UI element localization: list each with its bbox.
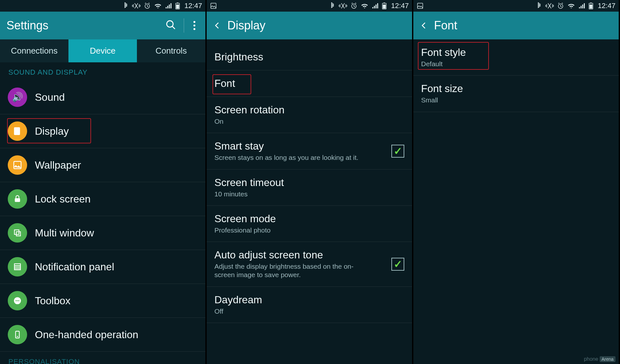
svg-rect-21 (418, 3, 423, 9)
one-handed-icon (8, 325, 27, 344)
battery-icon (589, 2, 593, 9)
action-bar: Font (413, 12, 619, 39)
row-wallpaper[interactable]: Wallpaper (0, 148, 205, 182)
row-label: Brightness (214, 51, 404, 63)
display-list: Brightness Font Screen rotation On Smart… (207, 39, 412, 364)
alarm-icon (350, 2, 357, 9)
row-multi-window[interactable]: Multi window (0, 216, 205, 250)
row-brightness[interactable]: Brightness (207, 44, 412, 70)
tab-controls[interactable]: Controls (137, 39, 205, 62)
notification-panel-icon (8, 257, 27, 276)
lock-screen-icon (8, 189, 27, 209)
vibrate-icon (339, 2, 347, 9)
watermark-text: phone (584, 356, 598, 362)
row-label: Screen mode (214, 213, 404, 225)
row-label: Font (214, 78, 404, 89)
row-smart-stay[interactable]: Smart stay Screen stays on as long as yo… (207, 133, 412, 169)
svg-rect-16 (211, 3, 216, 9)
battery-icon (175, 2, 180, 9)
svg-rect-7 (15, 198, 20, 202)
row-sub: On (214, 117, 385, 126)
row-label: Screen timeout (214, 177, 404, 189)
row-lock-screen[interactable]: Lock screen (0, 182, 205, 216)
image-notification-icon (417, 2, 424, 9)
watermark-badge: Arena (600, 356, 615, 362)
svg-point-13 (17, 300, 18, 301)
screen-title: Settings (6, 19, 158, 32)
alarm-icon (144, 2, 151, 9)
back-icon[interactable] (213, 21, 222, 30)
row-label: Sound (35, 91, 198, 103)
row-auto-adjust-tone[interactable]: Auto adjust screen tone Adjust the displ… (207, 242, 412, 287)
row-one-handed[interactable]: One-handed operation (0, 318, 205, 352)
row-font-style[interactable]: Font style Default (413, 39, 619, 76)
bluetooth-icon (536, 2, 542, 9)
image-notification-icon (210, 2, 217, 9)
row-sub: Professional photo (214, 226, 385, 234)
checkbox-smart-stay[interactable] (391, 145, 404, 158)
row-display[interactable]: Display (0, 114, 205, 148)
signal-icon (372, 3, 379, 9)
sound-icon: 🔊 (8, 88, 27, 107)
svg-rect-19 (384, 3, 385, 3)
svg-rect-20 (383, 5, 386, 9)
tab-device[interactable]: Device (68, 39, 137, 62)
svg-rect-9 (16, 232, 21, 236)
phone-screen-settings: 12:47 Settings Connections Device Contro… (0, 0, 207, 364)
section-personalisation: PERSONALISATION (0, 352, 205, 364)
status-bar: 12:47 (0, 0, 205, 12)
signal-icon (165, 3, 172, 9)
row-toolbox[interactable]: Toolbox (0, 284, 205, 318)
row-screen-timeout[interactable]: Screen timeout 10 minutes (207, 170, 412, 206)
svg-point-14 (18, 300, 19, 301)
phone-screen-display: 12:47 Display Brightness Font Screen rot… (207, 0, 413, 364)
row-sub: Default (421, 60, 592, 68)
row-font[interactable]: Font (207, 70, 412, 97)
row-label: Toolbox (35, 295, 198, 307)
overflow-menu-icon[interactable] (190, 21, 199, 30)
status-time: 12:47 (184, 2, 202, 10)
row-sub: 10 minutes (214, 190, 385, 198)
action-bar: Display (207, 12, 412, 39)
vibrate-icon (132, 2, 140, 9)
svg-point-12 (16, 300, 16, 301)
search-icon[interactable] (164, 19, 178, 32)
svg-rect-3 (176, 5, 179, 9)
font-list: Font style Default Font size Small (413, 39, 619, 364)
status-time: 12:47 (598, 2, 615, 10)
row-label: Font size (421, 83, 611, 95)
row-sub: Adjust the display brightness based on t… (214, 262, 367, 279)
toolbox-icon (8, 291, 27, 310)
alarm-icon (557, 2, 564, 9)
wifi-icon (567, 3, 575, 9)
row-screen-mode[interactable]: Screen mode Professional photo (207, 206, 412, 242)
row-label: Smart stay (214, 140, 384, 152)
svg-rect-5 (14, 127, 20, 135)
bluetooth-icon (123, 2, 129, 9)
svg-rect-15 (16, 331, 19, 338)
action-divider (184, 18, 184, 33)
back-icon[interactable] (420, 21, 428, 30)
tab-connections[interactable]: Connections (0, 39, 68, 62)
multi-window-icon (8, 223, 27, 243)
status-bar: 12:47 (413, 0, 619, 12)
svg-rect-25 (589, 5, 592, 9)
row-screen-rotation[interactable]: Screen rotation On (207, 97, 412, 133)
row-daydream[interactable]: Daydream Off (207, 287, 412, 323)
phone-screen-font: 12:47 Font Font style Default Font size … (413, 0, 620, 364)
battery-icon (382, 2, 387, 9)
row-sub: Screen stays on as long as you are looki… (214, 153, 367, 162)
row-label: Notification panel (35, 261, 198, 273)
vibrate-icon (545, 2, 554, 9)
checkbox-auto-adjust[interactable] (391, 258, 404, 271)
row-label: Wallpaper (35, 159, 198, 171)
status-time: 12:47 (391, 2, 409, 10)
svg-rect-2 (177, 3, 178, 3)
screen-title: Font (434, 19, 612, 32)
row-font-size[interactable]: Font size Small (413, 76, 619, 112)
row-sound[interactable]: 🔊 Sound (0, 80, 205, 114)
row-notification-panel[interactable]: Notification panel (0, 250, 205, 284)
display-icon (8, 121, 27, 141)
bluetooth-icon (330, 2, 336, 9)
svg-point-4 (167, 21, 173, 27)
